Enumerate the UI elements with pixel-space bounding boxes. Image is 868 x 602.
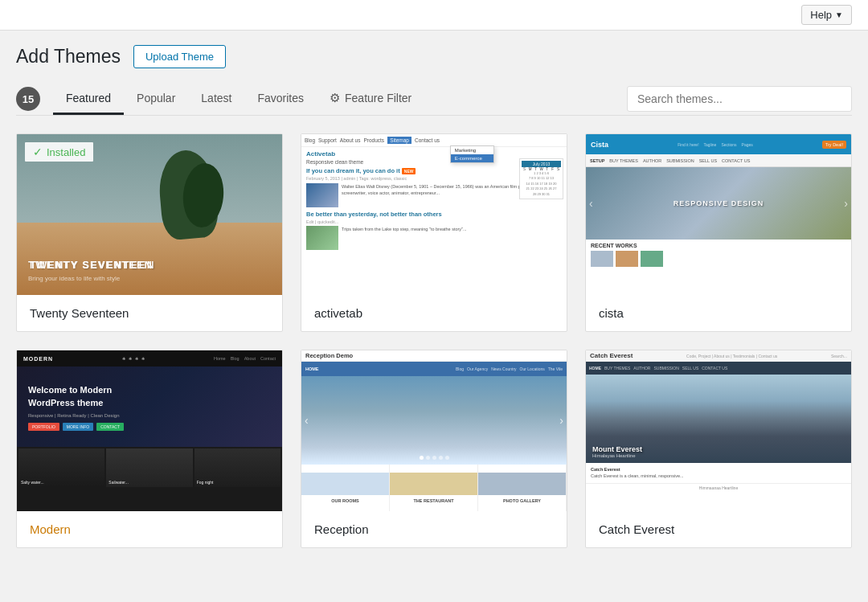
theme-card-modern[interactable]: MODERN ❈❈❈❈ Home Blog About Contact	[16, 350, 283, 548]
themes-grid: TWENTY SEVENTEEN Bring your ideas to lif…	[16, 133, 852, 548]
main-content: Add Themes Upload Theme 15 Featured Popu…	[0, 31, 868, 564]
search-box-wrap	[627, 86, 852, 112]
theme-name-reception: Reception	[301, 511, 567, 547]
theme-preview-cista: Cista Find it here! Tagline Sections Pag…	[586, 134, 851, 295]
help-label: Help	[810, 9, 832, 21]
tab-featured[interactable]: Featured	[53, 84, 124, 115]
top-bar: Help ▼	[0, 0, 868, 31]
reception-mini-browser: Reception Demo HOME Blog Our Agency News…	[301, 350, 567, 511]
theme-card-catcheverest[interactable]: Catch Everest Code, Project | About us |…	[585, 350, 852, 548]
theme-name-catcheverest: Catch Everest	[586, 511, 851, 547]
tab-popular[interactable]: Popular	[124, 84, 188, 115]
installed-badge: ✓ Installed	[25, 142, 93, 162]
theme-card-cista[interactable]: Cista Find it here! Tagline Sections Pag…	[585, 133, 852, 332]
modern-mini-browser: MODERN ❈❈❈❈ Home Blog About Contact	[17, 350, 282, 511]
cista-mini-browser: Cista Find it here! Tagline Sections Pag…	[586, 134, 851, 295]
theme-card-twentyseventeen[interactable]: TWENTY SEVENTEEN Bring your ideas to lif…	[16, 133, 283, 332]
theme-preview-twentyseventeen: TWENTY SEVENTEEN Bring your ideas to lif…	[17, 134, 282, 295]
theme-name-activetab: activetab	[301, 295, 567, 331]
theme-card-activetab[interactable]: Blog Support About us Products Sitemap C…	[301, 133, 567, 332]
theme-preview-modern: MODERN ❈❈❈❈ Home Blog About Contact	[17, 350, 282, 511]
theme-name-modern: Modern	[17, 511, 282, 547]
page-header: Add Themes Upload Theme	[16, 45, 852, 68]
tab-favorites[interactable]: Favorites	[244, 84, 317, 115]
filter-bar: 15 Featured Popular Latest Favorites ⚙ F…	[16, 83, 852, 116]
help-button[interactable]: Help ▼	[801, 5, 852, 25]
filter-tabs: Featured Popular Latest Favorites ⚙ Feat…	[53, 83, 627, 115]
chevron-down-icon: ▼	[835, 10, 843, 19]
upload-theme-button[interactable]: Upload Theme	[133, 45, 226, 68]
theme-preview-activetab: Blog Support About us Products Sitemap C…	[301, 134, 567, 295]
theme-card-reception[interactable]: Reception Demo HOME Blog Our Agency News…	[301, 350, 567, 548]
theme-preview-catcheverest: Catch Everest Code, Project | About us |…	[586, 350, 851, 511]
check-icon: ✓	[33, 145, 43, 158]
feature-filter-button[interactable]: ⚙ Feature Filter	[317, 83, 424, 116]
search-input[interactable]	[627, 86, 852, 112]
gear-icon: ⚙	[330, 91, 340, 105]
tab-latest[interactable]: Latest	[188, 84, 244, 115]
installed-label: Installed	[47, 146, 85, 158]
feature-filter-label: Feature Filter	[345, 92, 411, 104]
theme-preview-reception: Reception Demo HOME Blog Our Agency News…	[301, 350, 567, 511]
theme-name-twentyseventeen: Twenty Seventeen	[17, 295, 282, 331]
page-wrapper: Help ▼ Add Themes Upload Theme 15 Featur…	[0, 0, 868, 602]
page-title: Add Themes	[16, 46, 121, 68]
theme-count-badge: 15	[16, 87, 40, 111]
theme-name-cista: cista	[586, 295, 851, 331]
catcheverest-mini-browser: Catch Everest Code, Project | About us |…	[586, 350, 851, 511]
